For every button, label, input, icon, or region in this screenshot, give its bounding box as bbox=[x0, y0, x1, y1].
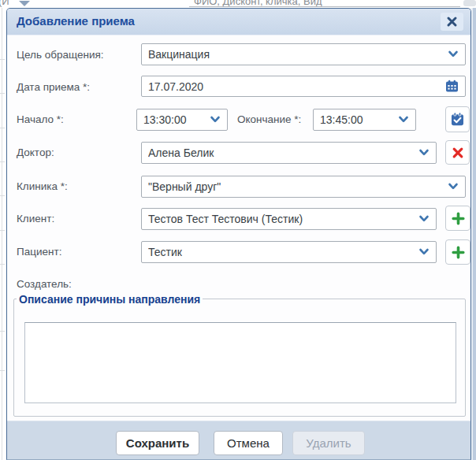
chevron-down-icon bbox=[418, 248, 430, 256]
client-value: Тестов Тест Тестович (Тестик) bbox=[148, 213, 418, 225]
background-left-edge bbox=[2, 8, 2, 460]
description-legend: Описание причины направления bbox=[17, 293, 203, 306]
purpose-select[interactable]: Вакцинация bbox=[141, 43, 466, 65]
add-icon bbox=[452, 212, 465, 225]
dialog-title: Добавление приема bbox=[17, 14, 135, 28]
calendar-icon[interactable] bbox=[445, 80, 459, 93]
add-patient-button[interactable] bbox=[445, 239, 470, 265]
purpose-label: Цель обращения: bbox=[17, 49, 104, 61]
chevron-down-icon bbox=[398, 116, 409, 124]
date-input[interactable]: 17.07.2020 bbox=[141, 76, 466, 97]
background-tick bbox=[0, 331, 5, 332]
background-tick bbox=[0, 93, 5, 94]
clinic-value: "Верный друг" bbox=[148, 180, 448, 193]
chevron-down-icon bbox=[418, 215, 430, 223]
background-corner-chip bbox=[463, 0, 476, 6]
dialog-titlebar[interactable]: Добавление приема bbox=[7, 9, 470, 35]
purpose-value: Вакцинация bbox=[148, 48, 448, 61]
client-select[interactable]: Тестов Тест Тестович (Тестик) bbox=[141, 208, 437, 230]
client-label: Клиент: bbox=[17, 213, 54, 224]
doctor-value: Алена Белик bbox=[148, 147, 418, 159]
schedule-picker-button[interactable] bbox=[445, 106, 470, 132]
background-tick bbox=[0, 230, 5, 231]
clinic-select[interactable]: "Верный друг" bbox=[141, 176, 466, 198]
background-header-underline bbox=[189, 6, 460, 7]
doctor-select[interactable]: Алена Белик bbox=[141, 142, 437, 164]
background-tick bbox=[0, 195, 5, 196]
cancel-button[interactable]: Отмена bbox=[214, 431, 283, 455]
start-time-value: 13:30:00 bbox=[143, 113, 210, 126]
remove-icon bbox=[452, 147, 464, 159]
start-time-select[interactable]: 13:30:00 bbox=[136, 109, 228, 131]
close-button[interactable] bbox=[441, 13, 463, 31]
chevron-down-icon bbox=[448, 50, 459, 58]
triangle-down-icon bbox=[19, 1, 30, 6]
chevron-down-icon bbox=[210, 116, 221, 124]
clear-doctor-button[interactable] bbox=[445, 140, 470, 165]
patient-value: Тестик bbox=[148, 246, 418, 258]
background-left-fragment: (И bbox=[0, 0, 9, 7]
doctor-label: Доктор: bbox=[17, 147, 54, 158]
close-icon bbox=[446, 16, 458, 28]
dialog-footer: Сохранить Отмена Удалить bbox=[7, 421, 470, 460]
background-tick bbox=[0, 128, 5, 128]
creator-label: Создатель: bbox=[17, 278, 72, 290]
background-tick bbox=[0, 370, 5, 371]
date-label: Дата приема *: bbox=[17, 81, 90, 93]
end-time-value: 13:45:00 bbox=[320, 113, 398, 126]
background-tick bbox=[0, 59, 5, 60]
description-textarea[interactable] bbox=[24, 322, 456, 403]
add-client-button[interactable] bbox=[445, 206, 470, 231]
date-value: 17.07.2020 bbox=[148, 80, 445, 93]
background-tick bbox=[0, 161, 5, 162]
background-tick bbox=[0, 264, 5, 265]
chevron-down-icon bbox=[448, 183, 459, 191]
delete-button: Удалить bbox=[292, 431, 365, 455]
end-label: Окончание *: bbox=[237, 113, 301, 125]
save-button[interactable]: Сохранить bbox=[116, 431, 199, 455]
patient-select[interactable]: Тестик bbox=[141, 241, 437, 263]
background-scrollbar-strip[interactable] bbox=[471, 8, 476, 460]
chevron-down-icon bbox=[418, 149, 430, 157]
start-label: Начало *: bbox=[17, 113, 64, 125]
patient-label: Пациент: bbox=[17, 246, 61, 258]
clinic-label: Клиника *: bbox=[17, 180, 68, 192]
add-icon bbox=[452, 246, 465, 259]
calendar-check-icon bbox=[450, 112, 465, 127]
end-time-select[interactable]: 13:45:00 bbox=[313, 109, 416, 131]
add-appointment-dialog: Добавление приема Цель обращения: Вакцин… bbox=[6, 8, 471, 460]
